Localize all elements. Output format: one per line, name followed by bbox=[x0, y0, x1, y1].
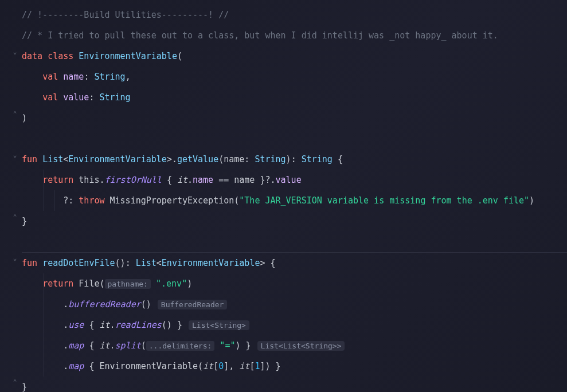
punct: { bbox=[89, 361, 94, 371]
punct: { bbox=[89, 340, 94, 351]
punct: . bbox=[63, 361, 68, 371]
code-line[interactable]: .map { EnvironmentVariable(it[0], it[1])… bbox=[22, 356, 567, 377]
keyword: return bbox=[42, 175, 73, 185]
code-line[interactable]: .bufferedReader() BufferedReader bbox=[22, 294, 567, 315]
comment: // !--------Build Utilities---------! // bbox=[22, 10, 229, 20]
code-line[interactable]: } bbox=[22, 211, 567, 232]
keyword: val bbox=[42, 72, 58, 82]
type: String bbox=[302, 154, 333, 164]
this-ref: this bbox=[79, 175, 99, 185]
punct: } bbox=[276, 361, 281, 371]
fold-toggle-icon[interactable]: ⌃ bbox=[11, 110, 18, 117]
punct: . bbox=[110, 340, 115, 351]
code-line[interactable]: return this.firstOrNull { it.name == nam… bbox=[22, 170, 567, 190]
gutter: ⌄ ⌃ ⌄ ⌃ ⌄ ⌃ bbox=[0, 0, 21, 392]
punct: < bbox=[63, 154, 68, 164]
keyword: data bbox=[22, 51, 42, 61]
fold-toggle-icon[interactable]: ⌄ bbox=[11, 48, 18, 55]
code-line[interactable]: val name: String, bbox=[22, 66, 567, 87]
class-name: MissingPropertyException bbox=[110, 195, 234, 206]
punct: ( bbox=[198, 361, 203, 371]
class-name: EnvironmentVariable bbox=[79, 51, 177, 61]
type-hint: List<String> bbox=[189, 320, 249, 330]
keyword: fun bbox=[22, 154, 37, 164]
punct: } bbox=[22, 216, 27, 226]
code-line[interactable]: } bbox=[22, 377, 567, 392]
keyword: val bbox=[42, 92, 58, 103]
punct: ) bbox=[187, 279, 192, 289]
type: List bbox=[42, 154, 63, 164]
punct: } bbox=[246, 340, 251, 351]
class-name: EnvironmentVariable bbox=[99, 361, 198, 371]
code-line[interactable]: val value: String bbox=[22, 87, 567, 108]
ext-func: bufferedReader bbox=[68, 299, 140, 309]
punct: ) bbox=[265, 361, 270, 371]
code-line[interactable]: // * I tried to pull these out to a clas… bbox=[22, 25, 567, 46]
ext-func: use bbox=[68, 320, 84, 330]
punct: () bbox=[162, 320, 172, 330]
punct: ( bbox=[141, 340, 146, 351]
punct: ( bbox=[234, 195, 239, 206]
ext-func: map bbox=[68, 340, 84, 351]
code-editor[interactable]: ⌄ ⌃ ⌄ ⌃ ⌄ ⌃ // !--------Build Utilities-… bbox=[0, 0, 567, 392]
fold-toggle-icon[interactable]: ⌃ bbox=[11, 213, 18, 220]
punct: . bbox=[110, 320, 115, 330]
punct: > bbox=[260, 258, 265, 268]
it-ref: it bbox=[99, 340, 110, 351]
punct: } bbox=[177, 320, 182, 330]
func-name: readDotEnvFile bbox=[42, 258, 115, 268]
punct: ?. bbox=[265, 175, 275, 185]
number: 0 bbox=[218, 361, 224, 371]
ident: name bbox=[234, 175, 255, 185]
code-line[interactable]: ) bbox=[22, 108, 567, 128]
punct: { bbox=[338, 154, 343, 164]
code-line[interactable]: .map { it.split(...delimiters: "=") } Li… bbox=[22, 335, 567, 356]
punct: : bbox=[291, 154, 296, 164]
punct: . bbox=[63, 299, 68, 309]
punct: > bbox=[167, 154, 172, 164]
punct: ) bbox=[22, 113, 27, 123]
code-line[interactable]: fun readDotEnvFile(): List<EnvironmentVa… bbox=[22, 253, 567, 273]
punct: ( bbox=[177, 51, 182, 61]
code-line[interactable]: ?: throw MissingPropertyException("The J… bbox=[22, 190, 567, 211]
type: List bbox=[136, 258, 157, 268]
property: value bbox=[63, 92, 89, 103]
punct: ) bbox=[286, 154, 291, 164]
punct: () bbox=[115, 258, 126, 268]
punct: ] bbox=[224, 361, 229, 371]
punct: ( bbox=[99, 279, 104, 289]
property: name bbox=[63, 72, 84, 82]
punct: { bbox=[167, 175, 172, 185]
fold-toggle-icon[interactable]: ⌃ bbox=[11, 378, 18, 385]
string-literal: "=" bbox=[220, 340, 235, 351]
code-line[interactable] bbox=[22, 128, 567, 149]
fold-toggle-icon[interactable]: ⌄ bbox=[11, 254, 18, 261]
fold-toggle-icon[interactable]: ⌄ bbox=[11, 151, 18, 158]
punct: : bbox=[244, 154, 249, 164]
property: name bbox=[193, 175, 213, 185]
it-ref: it bbox=[177, 175, 187, 185]
punct: } bbox=[22, 382, 27, 392]
code-line[interactable]: return File(pathname: ".env") bbox=[22, 273, 567, 294]
it-ref: it bbox=[203, 361, 213, 371]
punct: [ bbox=[213, 361, 218, 371]
class-name: File bbox=[79, 279, 99, 289]
code-line[interactable]: fun List<EnvironmentVariable>.getValue(n… bbox=[22, 149, 567, 170]
func-name: getValue bbox=[177, 154, 218, 164]
punct: . bbox=[99, 175, 104, 185]
code-line[interactable]: data class EnvironmentVariable( bbox=[22, 46, 567, 66]
type: String bbox=[94, 72, 125, 82]
code-line[interactable] bbox=[22, 232, 567, 252]
type: String bbox=[99, 92, 130, 103]
code-line[interactable]: // !--------Build Utilities---------! // bbox=[22, 5, 567, 25]
punct: : bbox=[89, 92, 94, 103]
punct: . bbox=[172, 154, 177, 164]
operator: == bbox=[218, 175, 229, 185]
ext-func: firstOrNull bbox=[105, 175, 162, 185]
punct: : bbox=[84, 72, 89, 82]
keyword: class bbox=[48, 51, 73, 61]
string-literal: "The JAR_VERSION variable is missing fro… bbox=[239, 195, 529, 206]
punct: ) bbox=[529, 195, 534, 206]
keyword: return bbox=[42, 279, 73, 289]
code-line[interactable]: .use { it.readLines() } List<String> bbox=[22, 315, 567, 335]
